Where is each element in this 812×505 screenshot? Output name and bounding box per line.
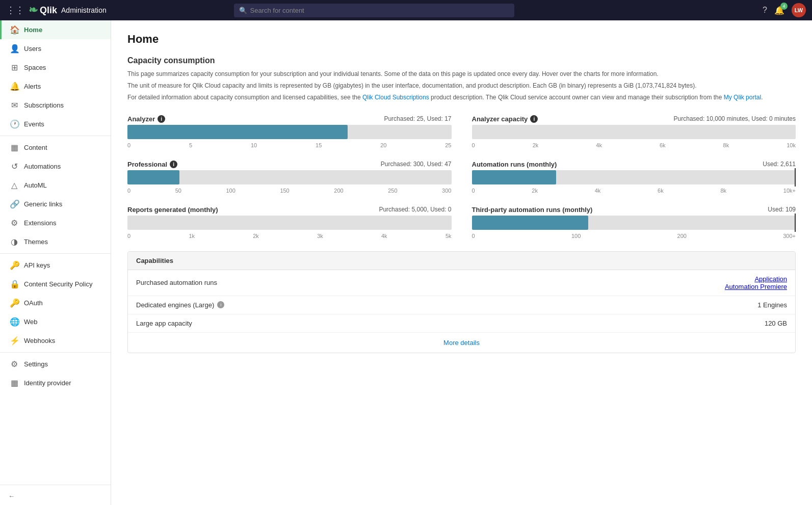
sidebar-label-spaces: Spaces (24, 64, 46, 71)
oauth-icon: 🔑 (10, 298, 19, 308)
chart-reports-label: Reports generated (monthly) (127, 206, 218, 214)
page-title: Home (127, 33, 796, 46)
sidebar-label-automl: AutoML (24, 181, 47, 189)
third-party-bar-container (472, 216, 796, 230)
third-party-bar-wrapper (472, 216, 796, 230)
my-qlik-portal-link[interactable]: My Qlik portal (724, 94, 761, 101)
chart-third-party: Third-party automation runs (monthly) Us… (472, 206, 796, 239)
sidebar-divider-2 (0, 253, 111, 254)
reports-bar-container (127, 216, 452, 230)
sidebar-divider-bottom (0, 485, 111, 485)
help-icon[interactable]: ? (763, 6, 767, 15)
web-icon: 🌐 (10, 317, 19, 327)
spaces-icon: ⊞ (10, 63, 19, 72)
sidebar-item-home[interactable]: 🏠 Home (0, 20, 111, 39)
sidebar-label-home: Home (24, 26, 42, 34)
sidebar-item-webhooks[interactable]: ⚡ Webhooks (0, 331, 111, 350)
notification-icon[interactable]: 🔔 4 (774, 6, 784, 15)
csp-icon: 🔒 (10, 279, 19, 289)
avatar[interactable]: LW (792, 3, 806, 17)
application-link[interactable]: Application (754, 275, 787, 283)
identity-provider-icon: ▦ (10, 378, 19, 388)
more-details-link[interactable]: More details (128, 333, 795, 353)
sidebar-item-extensions[interactable]: ⚙ Extensions (0, 214, 111, 232)
cap-value-automation-runs: Application Automation Premiere (725, 275, 787, 290)
sidebar-label-content: Content (24, 144, 47, 151)
sidebar-item-automations[interactable]: ↺ Automations (0, 157, 111, 176)
sidebar-item-web[interactable]: 🌐 Web (0, 312, 111, 331)
dedicated-engines-info-icon[interactable]: i (217, 301, 224, 308)
sidebar-item-users[interactable]: 👤 Users (0, 39, 111, 58)
chart-professional-label: Professional i (127, 161, 177, 168)
sidebar-item-events[interactable]: 🕐 Events (0, 115, 111, 134)
professional-purchased: Purchased: 300, Used: 47 (381, 161, 452, 168)
analyzer-purchased: Purchased: 25, Used: 17 (384, 115, 451, 122)
chart-analyzer-label: Analyzer i (127, 115, 165, 123)
sidebar-label-webhooks: Webhooks (24, 337, 55, 344)
sidebar-item-automl[interactable]: △ AutoML (0, 176, 111, 195)
users-icon: 👤 (10, 44, 19, 54)
topbar-search: 🔍 (234, 4, 514, 17)
chart-analyzer: Analyzer i Purchased: 25, Used: 17 0 5 1… (127, 115, 452, 148)
analyzer-bar-fill (127, 125, 348, 139)
sidebar-label-alerts: Alerts (24, 83, 41, 90)
description-2: The unit of measure for Qlik Cloud capac… (127, 81, 796, 91)
sidebar-item-identity-provider[interactable]: ▦ Identity provider (0, 374, 111, 392)
cap-row-large-app-capacity: Large app capacity 120 GB (128, 314, 795, 333)
professional-bar-fill (127, 170, 179, 184)
analyzer-capacity-info-icon[interactable]: i (530, 115, 538, 123)
qlik-cloud-subscriptions-link[interactable]: Qlik Cloud Subscriptions (362, 94, 429, 101)
capabilities-header: Capabilities (128, 252, 795, 270)
sidebar-item-spaces[interactable]: ⊞ Spaces (0, 58, 111, 77)
sidebar-item-generic-links[interactable]: 🔗 Generic links (0, 195, 111, 214)
sidebar-label-csp: Content Security Policy (24, 280, 92, 288)
sidebar-item-settings[interactable]: ⚙ Settings (0, 355, 111, 374)
settings-icon: ⚙ (10, 359, 19, 369)
subscriptions-icon: ✉ (10, 100, 19, 110)
sidebar-item-alerts[interactable]: 🔔 Alerts (0, 77, 111, 96)
professional-info-icon[interactable]: i (170, 161, 177, 168)
content-icon: ▦ (10, 143, 19, 152)
topbar: ⋮⋮ ❧ Qlik Administration 🔍 ? 🔔 4 LW (0, 0, 812, 20)
automation-runs-bar-wrapper (472, 170, 796, 184)
chart-analyzer-header: Analyzer i Purchased: 25, Used: 17 (127, 115, 452, 123)
analyzer-axis: 0 5 10 15 20 25 (127, 142, 452, 148)
chart-analyzer-capacity: Analyzer capacity i Purchased: 10,000 mi… (472, 115, 796, 148)
chart-automation-runs-header: Automation runs (monthly) Used: 2,611 (472, 161, 796, 168)
sidebar-collapse-button[interactable]: ← (0, 487, 111, 505)
desc3-prefix: For detailed information about capacity … (127, 94, 362, 101)
sidebar-item-oauth[interactable]: 🔑 OAuth (0, 294, 111, 312)
description-1: This page summarizes capacity consumptio… (127, 69, 796, 79)
chart-third-party-label: Third-party automation runs (monthly) (472, 206, 593, 214)
chart-automation-runs: Automation runs (monthly) Used: 2,611 0 … (472, 161, 796, 194)
automation-premiere-link[interactable]: Automation Premiere (725, 283, 787, 290)
grid-icon[interactable]: ⋮⋮ (6, 5, 24, 16)
search-input[interactable] (234, 4, 514, 17)
cap-value-large-app: 120 GB (765, 320, 787, 327)
sidebar-item-themes[interactable]: ◑ Themes (0, 232, 111, 251)
home-icon: 🏠 (10, 25, 19, 35)
automation-runs-bar-container (472, 170, 796, 184)
cap-row-automation-runs: Purchased automation runs Application Au… (128, 270, 795, 296)
automl-icon: △ (10, 180, 19, 190)
sidebar-item-subscriptions[interactable]: ✉ Subscriptions (0, 96, 111, 115)
analyzer-info-icon[interactable]: i (158, 115, 165, 123)
sidebar: 🏠 Home 👤 Users ⊞ Spaces 🔔 Alerts ✉ Subsc… (0, 20, 111, 505)
topbar-right: ? 🔔 4 LW (763, 3, 806, 17)
search-icon: 🔍 (239, 7, 247, 14)
sidebar-divider-1 (0, 136, 111, 136)
webhooks-icon: ⚡ (10, 336, 19, 345)
sidebar-label-subscriptions: Subscriptions (24, 101, 64, 109)
professional-bar-container (127, 170, 452, 184)
automations-icon: ↺ (10, 162, 19, 171)
notification-badge: 4 (780, 3, 788, 10)
sidebar-item-api-keys[interactable]: 🔑 API keys (0, 256, 111, 275)
sidebar-label-api-keys: API keys (24, 261, 50, 269)
sidebar-item-csp[interactable]: 🔒 Content Security Policy (0, 275, 111, 294)
cap-label-automation-runs: Purchased automation runs (136, 279, 725, 286)
topbar-app-title: Administration (61, 6, 107, 14)
sidebar-item-content[interactable]: ▦ Content (0, 138, 111, 157)
chart-analyzer-capacity-label: Analyzer capacity i (472, 115, 538, 123)
reports-axis: 0 1k 2k 3k 4k 5k (127, 233, 452, 239)
chart-reports-header: Reports generated (monthly) Purchased: 5… (127, 206, 452, 214)
